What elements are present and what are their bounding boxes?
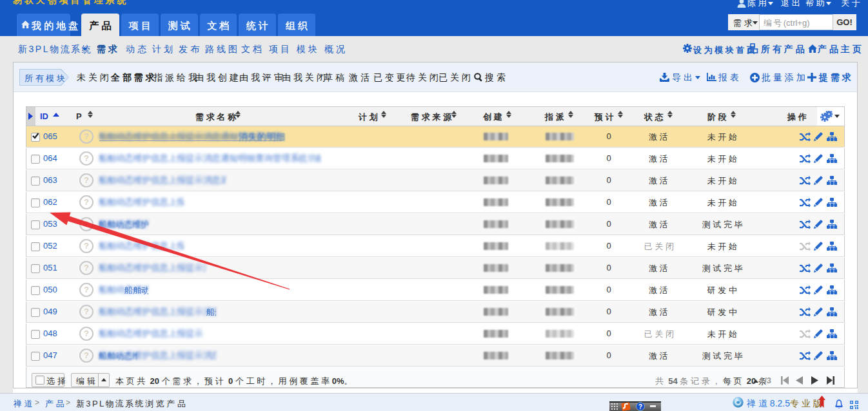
svg-text:?: ?	[638, 403, 642, 410]
